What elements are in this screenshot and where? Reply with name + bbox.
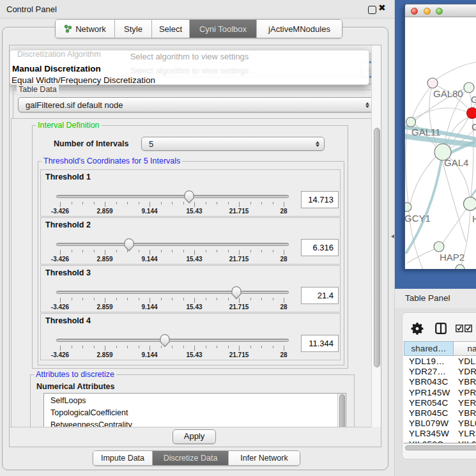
slider-scale-label: 2.859 — [96, 208, 112, 215]
tab-style[interactable]: Style — [115, 20, 152, 38]
table-column-header-name[interactable]: name — [454, 341, 476, 356]
settings-scroll-viewport: Discretization Algorithm Select algorith… — [10, 45, 371, 427]
table-body: YDL19…YDL19YDR27…YDR27YBR043CYBR043CYPR1… — [404, 356, 476, 443]
table-row[interactable]: YBR045CYBR045C — [404, 408, 476, 419]
dropdown-item-equal-width[interactable]: Equal Width/Frequency Discretization — [12, 75, 155, 85]
slider-tick — [261, 202, 262, 204]
table-cell-shared-name: YDL19… — [409, 357, 445, 366]
table-row[interactable]: YLR345WYLR345W — [404, 429, 476, 440]
slider-tick — [183, 346, 184, 348]
network-node-label: GAL4 — [444, 157, 468, 168]
network-node[interactable] — [456, 265, 464, 269]
slider-scale-label: 15.43 — [186, 303, 202, 311]
slider-tick — [150, 298, 150, 303]
threshold-value-field[interactable]: 6.316 — [301, 239, 339, 256]
number-of-intervals-combobox[interactable]: 5 — [141, 137, 325, 151]
network-edge[interactable] — [443, 209, 466, 243]
close-traffic-light-icon[interactable] — [411, 8, 418, 15]
threshold-label: Threshold 1 — [45, 173, 91, 181]
table-row[interactable]: YDL19…YDL19 — [404, 357, 476, 367]
network-node-c[interactable] — [467, 108, 476, 119]
checkbox-icon[interactable] — [464, 325, 472, 332]
table-horizontal-scrollbar-thumb[interactable] — [405, 445, 476, 450]
network-node-h[interactable] — [464, 197, 476, 211]
tab-select[interactable]: Select — [152, 20, 190, 38]
network-node-gcy1[interactable] — [405, 203, 411, 211]
slider-scale-label: 21.715 — [229, 303, 249, 311]
slider-track[interactable] — [56, 243, 289, 246]
slider-track[interactable] — [56, 291, 289, 294]
attribute-list-item[interactable]: TopologicalCoefficient — [44, 407, 346, 419]
tab-label: jActiveMNodules — [268, 24, 330, 34]
settings-vertical-scrollbar[interactable] — [371, 45, 381, 427]
slider-thumb[interactable] — [183, 190, 195, 204]
network-window-titlebar[interactable] — [405, 4, 476, 17]
slider-thumb[interactable] — [123, 238, 135, 252]
table-cell-shared-name: YBL079W — [409, 418, 449, 428]
slider-tick — [139, 250, 139, 252]
tab-discretize-data[interactable]: Discretize Data — [153, 451, 229, 465]
settings-scrollbar-thumb[interactable] — [374, 128, 380, 367]
slider-scale-label: 15.43 — [186, 256, 202, 263]
network-node-ga[interactable] — [464, 82, 474, 93]
tab-network[interactable]: Network — [56, 20, 115, 38]
split-collapse-arrow-icon[interactable] — [391, 234, 394, 238]
tab-impute-data[interactable]: Impute Data — [93, 451, 153, 465]
network-node-gal80[interactable] — [427, 78, 438, 88]
close-icon[interactable]: ✖ — [378, 3, 386, 13]
table-cell-name: YBR045C — [458, 408, 476, 418]
threshold-value-field[interactable]: 11.344 — [301, 335, 339, 352]
table-column-header-shared-name[interactable]: shared… — [404, 341, 454, 356]
tab-label: Style — [124, 24, 142, 34]
threshold-value-field[interactable]: 21.4 — [301, 287, 339, 304]
table-cell-name: YDR27 — [458, 367, 476, 376]
table-row[interactable]: YBL079WYBL079W — [404, 418, 476, 429]
network-edge[interactable] — [407, 249, 434, 263]
tab-cyni-toolbox[interactable]: Cyni Toolbox — [190, 20, 257, 38]
slider-track[interactable] — [56, 339, 289, 342]
zoom-traffic-light-icon[interactable] — [436, 8, 443, 15]
dropdown-prompt-item[interactable]: Select algorithm to view settings — [10, 52, 369, 61]
slider-track[interactable] — [56, 195, 289, 198]
network-edge[interactable] — [442, 160, 466, 242]
network-node-label: GAL80 — [433, 88, 463, 99]
slider-tick — [250, 298, 251, 300]
control-panel-titlebar — [0, 0, 395, 19]
tab-jactivemnodules[interactable]: jActiveMNodules — [257, 20, 342, 38]
numerical-attributes-list[interactable]: SelfLoopsTopologicalCoefficientBetweenne… — [43, 393, 346, 427]
network-edge[interactable] — [413, 108, 466, 119]
slider-thumb[interactable] — [231, 286, 242, 300]
tab-infer-network[interactable]: Infer Network — [229, 451, 300, 465]
split-columns-icon[interactable] — [435, 323, 447, 334]
slider-tick — [127, 298, 128, 300]
attribute-list-item[interactable]: BetweennessCentrality — [44, 419, 346, 427]
table-row[interactable]: YPR145WYPR145W — [404, 388, 476, 399]
table-header-row: shared…name — [404, 341, 476, 356]
table-row[interactable]: YBR043CYBR043C — [404, 377, 476, 388]
minimize-traffic-light-icon[interactable] — [424, 8, 431, 15]
slider-tick — [217, 250, 217, 252]
slider-scale-label: -3.426 — [51, 303, 69, 311]
checkbox-icon[interactable] — [456, 325, 463, 332]
apply-button[interactable]: Apply — [173, 429, 216, 444]
slider-tick — [60, 202, 61, 207]
table-row[interactable]: YER054CYER054C — [404, 398, 476, 409]
attribute-list-item[interactable]: SelfLoops — [44, 395, 346, 407]
attributes-list-scrollbar[interactable] — [337, 394, 346, 427]
slider-thumb[interactable] — [159, 334, 171, 348]
attributes-list-scrollbar-thumb[interactable] — [339, 394, 345, 427]
slider-scale-label: -3.426 — [51, 208, 69, 215]
network-canvas[interactable]: GAL80GACGAL11GAL4GCY1HHAP2 — [405, 17, 476, 269]
table-data-combobox[interactable]: galFiltered.sif default node — [18, 97, 371, 112]
dropdown-item-manual-discretization[interactable]: Manual Discretization — [12, 64, 101, 73]
threshold-value-field[interactable]: 14.713 — [301, 191, 339, 208]
network-node-gal11[interactable] — [406, 118, 416, 127]
table-row[interactable]: YIL052CYIL052C — [404, 440, 476, 443]
gear-icon[interactable] — [411, 322, 424, 335]
network-node-hap2[interactable] — [434, 242, 444, 252]
table-row[interactable]: YDR27…YDR27 — [404, 367, 476, 378]
network-edge[interactable] — [412, 88, 430, 118]
float-window-icon[interactable] — [368, 6, 376, 14]
network-edge[interactable] — [435, 62, 476, 80]
threshold-label: Threshold 3 — [45, 268, 91, 277]
